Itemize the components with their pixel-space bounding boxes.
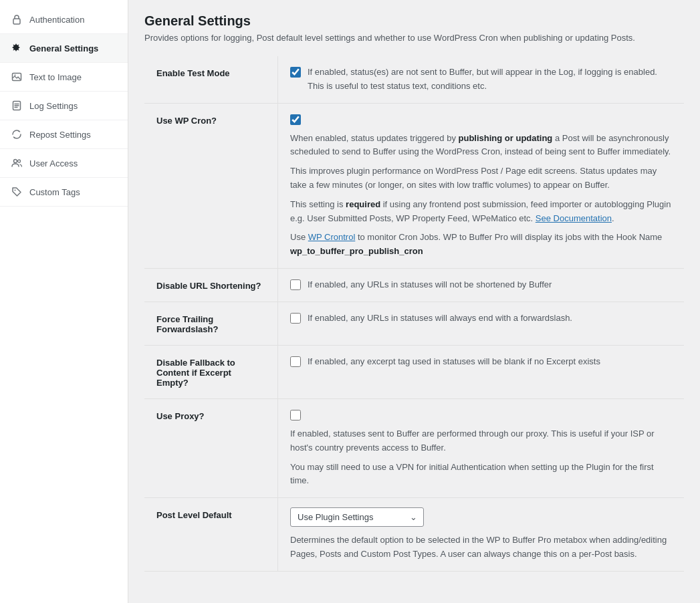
wp-cron-desc-2: This improves plugin performance on Word…: [290, 164, 672, 193]
field-use-wp-cron: When enabled, status updates triggered b…: [278, 104, 684, 268]
label-force-trailing-forwardslash: Force Trailing Forwardslash?: [144, 302, 278, 345]
label-use-proxy: Use Proxy?: [144, 399, 278, 497]
sidebar-item-authentication[interactable]: Authentication: [0, 5, 128, 34]
description-enable-test-mode: If enabled, status(es) are not sent to B…: [308, 66, 672, 94]
sidebar-item-label: Authentication: [29, 15, 84, 25]
settings-row-disable-fallback-excerpt: Disable Fallback to Content if Excerpt E…: [144, 346, 684, 399]
checkbox-use-wp-cron[interactable]: [290, 114, 301, 125]
label-post-level-default: Post Level Default: [144, 498, 278, 571]
description-disable-fallback-excerpt: If enabled, any excerpt tag used in stat…: [308, 355, 672, 369]
label-disable-fallback-excerpt: Disable Fallback to Content if Excerpt E…: [144, 346, 278, 398]
checkbox-disable-fallback-excerpt[interactable]: [290, 356, 301, 367]
svg-point-2: [15, 75, 16, 76]
settings-row-force-trailing-forwardslash: Force Trailing Forwardslash? If enabled,…: [144, 302, 684, 346]
field-post-level-default: Use Plugin Settings Use Post Settings Us…: [278, 498, 684, 571]
sidebar-item-user-access[interactable]: User Access: [0, 149, 128, 178]
description-force-trailing-forwardslash: If enabled, any URLs in statuses will al…: [308, 312, 672, 326]
sidebar: Authentication General Settings Text to: [0, 0, 128, 603]
sidebar-item-label: User Access: [29, 158, 78, 168]
field-force-trailing-forwardslash: If enabled, any URLs in statuses will al…: [278, 302, 684, 345]
sidebar-item-repost-settings[interactable]: Repost Settings: [0, 120, 128, 149]
field-disable-fallback-excerpt: If enabled, any excerpt tag used in stat…: [278, 346, 684, 398]
lock-icon: [11, 13, 23, 25]
document-icon: [11, 100, 23, 112]
wp-cron-desc-1: When enabled, status updates triggered b…: [290, 132, 672, 160]
label-use-wp-cron: Use WP Cron?: [144, 104, 278, 268]
settings-row-use-wp-cron: Use WP Cron? When enabled, status update…: [144, 104, 684, 269]
main-content: General Settings Provides options for lo…: [128, 0, 700, 603]
field-use-proxy: If enabled, statuses sent to Buffer are …: [278, 399, 684, 497]
label-disable-url-shortening: Disable URL Shortening?: [144, 269, 278, 302]
sidebar-item-general-settings[interactable]: General Settings: [0, 34, 128, 63]
checkbox-force-trailing-forwardslash[interactable]: [290, 313, 301, 324]
sidebar-item-label: Text to Image: [29, 72, 82, 82]
post-level-default-desc: Determines the default option to be sele…: [290, 533, 672, 562]
wp-cron-desc-4: Use WP Crontrol to monitor Cron Jobs. WP…: [290, 231, 672, 259]
svg-point-8: [18, 160, 21, 162]
checkbox-enable-test-mode[interactable]: [290, 67, 301, 78]
checkbox-use-proxy[interactable]: [290, 410, 301, 420]
post-level-default-select-wrapper: Use Plugin Settings Use Post Settings Us…: [290, 507, 424, 527]
page-subtitle: Provides options for logging, Post defau…: [144, 33, 684, 43]
sidebar-item-custom-tags[interactable]: Custom Tags: [0, 178, 128, 207]
image-icon: [11, 71, 23, 83]
post-level-default-select[interactable]: Use Plugin Settings Use Post Settings Us…: [290, 507, 424, 527]
sidebar-item-log-settings[interactable]: Log Settings: [0, 92, 128, 120]
see-documentation-link[interactable]: See Documentation: [536, 213, 612, 223]
svg-point-7: [14, 160, 17, 163]
gear-icon: [11, 42, 23, 54]
settings-row-post-level-default: Post Level Default Use Plugin Settings U…: [144, 498, 684, 572]
page-title: General Settings: [144, 13, 684, 29]
proxy-desc-1: If enabled, statuses sent to Buffer are …: [290, 427, 672, 455]
sidebar-item-text-to-image[interactable]: Text to Image: [0, 63, 128, 92]
svg-rect-0: [13, 19, 20, 24]
sidebar-item-label: Custom Tags: [29, 187, 80, 197]
label-enable-test-mode: Enable Test Mode: [144, 56, 278, 103]
field-disable-url-shortening: If enabled, any URLs in statuses will no…: [278, 269, 684, 302]
field-enable-test-mode: If enabled, status(es) are not sent to B…: [278, 56, 684, 103]
settings-row-enable-test-mode: Enable Test Mode If enabled, status(es) …: [144, 56, 684, 104]
tag-icon: [11, 186, 23, 198]
refresh-icon: [11, 128, 23, 140]
wp-cron-desc-3: This setting is required if using any fr…: [290, 198, 672, 226]
sidebar-item-label: General Settings: [29, 43, 98, 53]
checkbox-disable-url-shortening[interactable]: [290, 279, 301, 290]
sidebar-item-label: Log Settings: [29, 101, 78, 111]
sidebar-item-label: Repost Settings: [29, 130, 91, 140]
proxy-desc-2: You may still need to use a VPN for init…: [290, 461, 672, 489]
wp-crontrol-link[interactable]: WP Crontrol: [308, 232, 356, 242]
settings-row-use-proxy: Use Proxy? If enabled, statuses sent to …: [144, 399, 684, 498]
svg-point-9: [15, 190, 16, 191]
people-icon: [11, 157, 23, 169]
description-disable-url-shortening: If enabled, any URLs in statuses will no…: [308, 278, 672, 292]
settings-row-disable-url-shortening: Disable URL Shortening? If enabled, any …: [144, 269, 684, 302]
